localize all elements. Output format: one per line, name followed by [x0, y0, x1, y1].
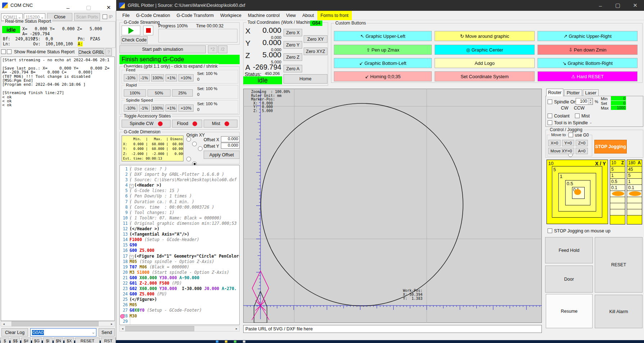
custom-hard-reset-button[interactable]: ⚠ Hard RESET — [538, 71, 638, 81]
override-spindle-speed-1[interactable]: -1% — [139, 104, 150, 112]
jog-a-empty[interactable] — [627, 197, 642, 203]
move-xy0-button[interactable]: Move XY=0 — [548, 148, 574, 154]
override-spindle-speed-10[interactable]: -10% — [124, 104, 137, 112]
origin-radio-1-0[interactable] — [186, 157, 191, 161]
jog-xy-cursor[interactable] — [574, 189, 581, 195]
origin-radio-0-0[interactable] — [186, 137, 191, 142]
stop-jogging-mouseup-checkbox[interactable] — [548, 228, 552, 233]
gcode-line[interactable]: 24G00 Z5.000 (PU) — [120, 291, 239, 297]
custom-graphic-upper-left-button[interactable]: ↖ Graphic Upper-Left — [334, 31, 432, 41]
spinner-up-icon[interactable]: ▴ — [590, 98, 591, 101]
custom-graphic-bottom-right-button[interactable]: ↘ Graphic Bottom-Right — [538, 58, 638, 68]
custom-graphic-center-button[interactable]: ◎ Graphic Center — [435, 45, 535, 55]
move-x0-button[interactable]: X=0 — [548, 140, 561, 146]
cmd-g-button[interactable]: $G — [32, 338, 42, 343]
scroll-right-icon[interactable]: ▸ — [234, 326, 239, 331]
gcode-line[interactable]: 14F1000 (Setup - GCode-Header) — [120, 237, 239, 242]
ip-checkbox[interactable] — [103, 14, 107, 19]
door-button[interactable]: Door — [545, 266, 593, 293]
jog-a-base[interactable] — [627, 215, 642, 224]
url-input[interactable]: Paste URL of SVG / DXF file here — [243, 325, 542, 333]
chevron-down-icon[interactable]: ⌄ — [92, 330, 96, 335]
flood-toggle-button[interactable]: Flood — [172, 120, 202, 128]
com-close-icon[interactable]: ✕ — [102, 3, 115, 13]
editor-hscrollbar[interactable]: ◂ ▸ — [119, 326, 240, 331]
zero-x-button[interactable]: Zero X — [284, 29, 302, 36]
jog-z-step-5[interactable]: 5 — [610, 166, 625, 172]
clear-log-button[interactable]: Clear Log — [1, 328, 28, 337]
gcode-line[interactable]: 7( Duration ca.: 0.1 min. ) — [120, 199, 239, 205]
jog-a-step-5[interactable]: 5 — [627, 172, 642, 178]
start-simulation-button[interactable]: Start path simulation — [119, 45, 206, 53]
cmd-rst-button[interactable]: RST — [101, 338, 116, 343]
zero-a-button[interactable]: Zero A — [284, 65, 302, 72]
show-status-checkbox-1[interactable] — [1, 49, 6, 54]
override-rapid-25[interactable]: 25% — [172, 89, 193, 97]
use-g0-checkbox[interactable] — [568, 133, 573, 137]
gcode-line[interactable]: 2( DXF import by GRBL-Plotter 1.6.6.0 ) — [120, 172, 239, 177]
override-feed-10[interactable]: -10% — [124, 74, 137, 81]
jog-z-cursor-row[interactable] — [610, 191, 625, 197]
jog-a-column[interactable]: 180A45510.1 — [627, 160, 642, 224]
reset-button[interactable]: RESET — [595, 237, 643, 293]
taskbar-icon[interactable] — [243, 340, 245, 343]
send-button[interactable]: Send — [99, 328, 115, 337]
cmd--button[interactable]: $$ — [10, 338, 20, 343]
spinner-down-icon[interactable]: ▾ — [590, 101, 591, 104]
menu-file[interactable]: File — [119, 11, 133, 20]
scrollbar-thumb[interactable] — [125, 326, 194, 331]
custom-graphic-upper-right-button[interactable]: ↗ Graphic Upper-Right — [538, 31, 638, 41]
jog-a-empty[interactable] — [627, 209, 642, 215]
jog-z-step-0.1[interactable]: 0.1 — [610, 184, 625, 191]
apply-offset-button[interactable]: Apply Offset — [204, 151, 240, 159]
custom-graphic-bottom-left-button[interactable]: ↙ Graphic Bottom-Left — [334, 58, 432, 68]
origin-radio-0-2[interactable] — [198, 146, 203, 151]
override-feed-10[interactable]: +10% — [178, 74, 194, 81]
zero-y-button[interactable]: Zero Y — [284, 41, 302, 49]
gcode-line[interactable]: 23G02 X60.000 Y30.000 I-30.000 J0.000 A-… — [120, 286, 239, 291]
gcode-line[interactable]: 9( Tool changes: 1) — [120, 210, 239, 215]
gcode-line[interactable]: 27G0X0Y0 (Setup - GCode-Footer) — [120, 308, 239, 313]
jog-xy-pad[interactable]: 10 X / Y 5 1 0.5 0.1 — [547, 160, 608, 224]
custom-pen-down-zmin-button[interactable]: ⇩ Pen down Zmin — [538, 45, 638, 55]
spindle-on-checkbox[interactable] — [548, 99, 552, 104]
resume-button[interactable]: Resume — [546, 294, 593, 328]
jog-a-step-0.1[interactable]: 0.1 — [627, 184, 642, 191]
jog-a-step-45[interactable]: 45 — [627, 166, 642, 172]
cmd-i-button[interactable]: $I — [43, 338, 53, 343]
cmd--button[interactable]: $# — [21, 338, 31, 343]
jog-z-cursor[interactable] — [612, 191, 624, 196]
tool-in-spindle-checkbox[interactable] — [548, 120, 552, 125]
tab-plotter[interactable]: Plotter — [564, 89, 582, 96]
jog-a-empty[interactable] — [627, 203, 642, 209]
jog-a-cursor-row[interactable] — [627, 191, 642, 197]
taskbar-icon[interactable] — [225, 340, 227, 343]
kill-alarm-button[interactable]: Kill Alarm — [595, 295, 643, 328]
zero-z-button[interactable]: Zero Z — [284, 53, 302, 61]
override-spindle-speed-1[interactable]: +1% — [165, 104, 177, 112]
tab-router[interactable]: Router — [546, 89, 563, 96]
custom-pen-up-zmax-button[interactable]: ⇧ Pen up Zmax — [334, 45, 432, 55]
custom-add-logo-button[interactable]: Add Logo — [435, 58, 535, 68]
custom-move-around-graphic-button[interactable]: ↻ Move around graphic — [435, 31, 535, 41]
gcode-line[interactable]: 6( Pen Down/Up : 1 times ) — [120, 193, 239, 199]
coolant-checkbox[interactable] — [548, 113, 552, 118]
move-y0-button[interactable]: Y=0 — [562, 140, 574, 146]
scroll-right-icon[interactable]: ▸ — [109, 321, 114, 326]
jog-z-empty[interactable] — [610, 209, 625, 215]
menu-g-code-creation[interactable]: G-Code Creation — [133, 11, 173, 20]
cmd-reset-button[interactable]: RESET — [75, 338, 100, 343]
gcode-line[interactable]: 13(<Tangential Axis="A"/>) — [120, 232, 239, 237]
jog-z-empty[interactable] — [610, 197, 625, 203]
gcode-line[interactable]: 15G90 — [120, 242, 239, 248]
jog-a-header[interactable]: 180A — [627, 160, 642, 166]
override-spindle-speed-10[interactable]: +10% — [178, 104, 194, 112]
mist-toggle-button[interactable]: Mist — [204, 120, 237, 128]
feed-hold-button[interactable]: Feed Hold — [545, 237, 593, 263]
menu-machine-control[interactable]: Machine control — [245, 11, 283, 20]
offset-y-field[interactable]: 0.000 — [221, 143, 240, 149]
gcode-line[interactable]: 8( Conv. time : 00:00:00.0003726 ) — [120, 205, 239, 210]
override-rapid-100[interactable]: 100% — [124, 89, 146, 97]
stop-jogging-button[interactable]: STOP Jogging — [594, 140, 627, 153]
gcode-line[interactable]: 25(</Figure>) — [120, 297, 239, 302]
